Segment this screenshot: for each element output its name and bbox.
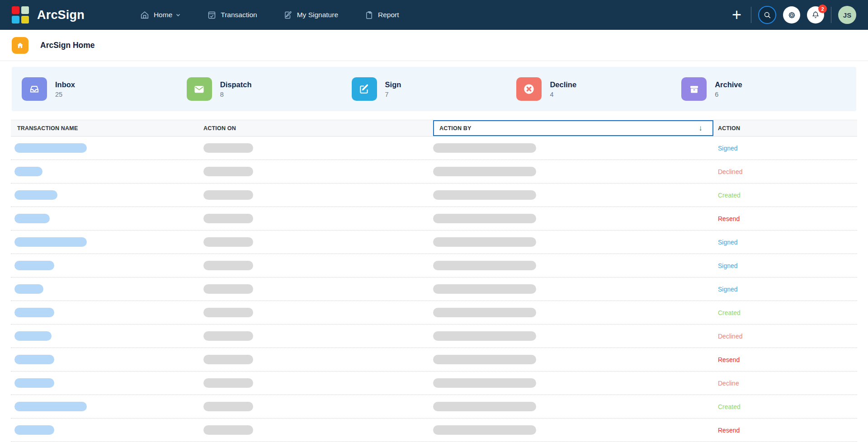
nav-item-label: Home	[154, 11, 172, 19]
settings-button[interactable]	[783, 6, 800, 24]
table-row[interactable]: Resend	[11, 418, 857, 442]
table-row[interactable]: Signed	[11, 277, 857, 301]
table-row[interactable]: Created	[11, 183, 857, 207]
action-status-link[interactable]: Declined	[718, 168, 742, 175]
action-status-link[interactable]: Resend	[718, 215, 740, 222]
transaction-name-skeleton	[14, 378, 54, 388]
search-icon	[763, 11, 772, 19]
user-avatar[interactable]: JS	[838, 6, 856, 24]
transactions-table: TRANSACTION NAME ACTION ON ACTION BY ↓ A…	[11, 120, 857, 442]
table-row[interactable]: Signed	[11, 136, 857, 160]
column-header-action-on[interactable]: ACTION ON	[203, 120, 433, 136]
table-row[interactable]: Signed	[11, 254, 857, 277]
transaction-name-skeleton	[14, 261, 54, 270]
table-row[interactable]: Signed	[11, 230, 857, 254]
transaction-name-skeleton	[14, 331, 52, 341]
stat-card-sign[interactable]: Sign 7	[352, 77, 517, 101]
notifications-button[interactable]: 2	[807, 6, 824, 24]
action-on-skeleton	[203, 425, 253, 435]
signature-icon	[283, 10, 293, 20]
add-new-button[interactable]: +	[732, 7, 741, 23]
nav-item-my-signature[interactable]: My Signature	[283, 10, 338, 20]
stat-count: 4	[550, 91, 576, 98]
action-by-skeleton	[433, 355, 536, 364]
stat-card-inbox[interactable]: Inbox 25	[22, 77, 187, 101]
action-by-skeleton	[433, 378, 536, 388]
action-status-link[interactable]: Resend	[718, 356, 740, 363]
transaction-name-skeleton	[14, 284, 43, 294]
column-header-action[interactable]: ACTION	[713, 120, 857, 136]
action-status-link[interactable]: Signed	[718, 239, 738, 246]
navbar-actions: + 2 JS	[732, 6, 856, 24]
action-status-link[interactable]: Created	[718, 192, 741, 199]
action-by-skeleton	[433, 190, 536, 200]
arcsign-logo-icon[interactable]	[12, 6, 29, 24]
sort-descending-icon[interactable]: ↓	[698, 124, 703, 133]
page-title: ArcSign Home	[40, 41, 95, 50]
transaction-icon	[207, 10, 217, 20]
action-by-skeleton	[433, 237, 536, 247]
action-on-skeleton	[203, 402, 253, 411]
transaction-name-skeleton	[14, 214, 50, 223]
nav-item-report[interactable]: Report	[364, 10, 399, 20]
divider	[751, 7, 751, 23]
action-on-skeleton	[203, 355, 253, 364]
nav-item-transaction[interactable]: Transaction	[207, 10, 257, 20]
action-status-link[interactable]: Resend	[718, 427, 740, 434]
stat-card-archive[interactable]: Archive 6	[681, 77, 846, 101]
chevron-down-icon	[175, 12, 181, 18]
action-status-link[interactable]: Created	[718, 309, 741, 316]
action-on-skeleton	[203, 190, 253, 200]
stat-card-dispatch[interactable]: Dispatch 8	[187, 77, 352, 101]
transaction-name-skeleton	[14, 190, 57, 200]
table-row[interactable]: Resend	[11, 348, 857, 371]
transaction-name-skeleton	[14, 355, 54, 364]
stat-label: Dispatch	[220, 80, 252, 89]
stat-card-decline[interactable]: Decline 4	[516, 77, 681, 101]
action-by-skeleton	[433, 214, 536, 223]
column-header-action-by[interactable]: ACTION BY ↓	[433, 120, 713, 136]
action-by-skeleton	[433, 167, 536, 176]
envelope-icon	[187, 77, 212, 101]
edit-icon	[352, 77, 377, 101]
stat-count: 8	[220, 91, 252, 98]
action-by-skeleton	[433, 143, 536, 153]
action-by-skeleton	[433, 402, 536, 411]
stat-label: Sign	[385, 80, 401, 89]
stat-label: Decline	[550, 80, 576, 89]
gear-icon	[787, 10, 797, 20]
table-row[interactable]: Declined	[11, 160, 857, 183]
action-on-skeleton	[203, 308, 253, 317]
table-row[interactable]: Created	[11, 301, 857, 324]
column-header-transaction-name[interactable]: TRANSACTION NAME	[11, 120, 203, 136]
action-status-link[interactable]: Signed	[718, 262, 738, 269]
transaction-name-skeleton	[14, 143, 87, 153]
action-status-link[interactable]: Decline	[718, 380, 739, 387]
action-on-skeleton	[203, 331, 253, 341]
search-button[interactable]	[758, 6, 776, 24]
nav-item-label: Transaction	[221, 11, 257, 19]
action-by-skeleton	[433, 425, 536, 435]
stat-label: Archive	[715, 80, 742, 89]
home-icon	[140, 10, 150, 20]
nav-item-label: Report	[378, 11, 399, 19]
logo-square-yellow	[21, 16, 29, 24]
action-status-link[interactable]: Created	[718, 403, 741, 410]
x-circle-icon	[516, 77, 542, 101]
table-row[interactable]: Created	[11, 395, 857, 418]
table-row[interactable]: Declined	[11, 324, 857, 348]
column-header-label: ACTION BY	[439, 125, 472, 132]
breadcrumb-home-button[interactable]	[12, 37, 28, 54]
stat-count: 25	[55, 91, 75, 98]
stats-strip: Inbox 25 Dispatch 8 Sign 7	[12, 67, 856, 111]
action-status-link[interactable]: Signed	[718, 145, 738, 152]
table-row[interactable]: Decline	[11, 371, 857, 395]
action-status-link[interactable]: Signed	[718, 286, 738, 293]
action-status-link[interactable]: Declined	[718, 333, 742, 340]
bell-icon	[811, 10, 820, 19]
report-icon	[364, 10, 374, 20]
logo-square-green	[21, 6, 29, 14]
nav-item-home[interactable]: Home	[140, 10, 181, 20]
stat-label: Inbox	[55, 80, 75, 89]
table-row[interactable]: Resend	[11, 207, 857, 230]
